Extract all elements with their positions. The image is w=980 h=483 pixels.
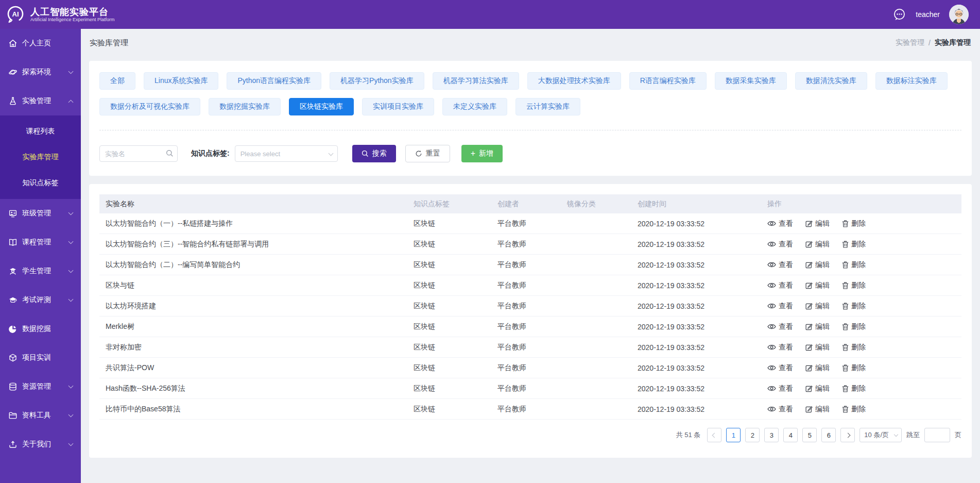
- delete-button[interactable]: 删除: [842, 219, 866, 228]
- delete-button[interactable]: 删除: [842, 384, 866, 393]
- chevron-down-icon: [68, 210, 74, 215]
- next-page-button[interactable]: [840, 428, 855, 442]
- add-button[interactable]: + 新增: [461, 145, 503, 162]
- page-size-select[interactable]: 10 条/页: [859, 428, 902, 442]
- delete-button[interactable]: 删除: [842, 363, 866, 373]
- cell-experiment-name: 以太坊环境搭建: [99, 302, 407, 311]
- user-avatar[interactable]: [949, 5, 969, 24]
- edit-button[interactable]: 编辑: [805, 384, 830, 393]
- sidebar-item-data-mining[interactable]: 数据挖掘: [0, 314, 81, 343]
- table-row: 区块与链 区块链 平台教师 2020-12-19 03:33:52 查看: [99, 275, 961, 296]
- filter-tag-button[interactable]: 大数据处理技术实验库: [527, 72, 621, 90]
- sidebar-item-course-mgmt[interactable]: 课程管理: [0, 228, 81, 257]
- delete-button[interactable]: 删除: [842, 405, 866, 414]
- view-button[interactable]: 查看: [767, 343, 793, 352]
- trash-icon: [842, 220, 849, 227]
- filter-tag-button[interactable]: Linux系统实验库: [144, 72, 218, 90]
- sidebar-item-experiment-mgmt[interactable]: 实验管理: [0, 87, 81, 115]
- view-button[interactable]: 查看: [767, 302, 793, 311]
- view-button[interactable]: 查看: [767, 219, 793, 228]
- filter-tag-button[interactable]: 数据清洗实验库: [795, 72, 867, 90]
- edit-button[interactable]: 编辑: [805, 302, 830, 311]
- sidebar-item-class-mgmt[interactable]: 班级管理: [0, 199, 81, 228]
- filter-tag-button[interactable]: 实训项目实验库: [362, 98, 434, 115]
- filter-tag-button[interactable]: 机器学习算法实验库: [433, 72, 519, 90]
- edit-button[interactable]: 编辑: [805, 240, 830, 249]
- sidebar-item-material-tools[interactable]: 资料工具: [0, 401, 81, 430]
- view-button[interactable]: 查看: [767, 240, 793, 249]
- page-number-button[interactable]: 2: [745, 428, 760, 442]
- knowledge-tag-select[interactable]: Please select: [235, 145, 338, 162]
- page-number-button[interactable]: 4: [783, 428, 798, 442]
- filter-tag-button[interactable]: R语言编程实验库: [629, 72, 707, 90]
- message-bubble-icon[interactable]: [892, 8, 906, 22]
- reset-button[interactable]: 重置: [405, 145, 450, 162]
- page-number-button[interactable]: 3: [764, 428, 779, 442]
- sidebar-item-about-us[interactable]: 关于我们: [0, 430, 81, 459]
- sidebar-item-personal-home[interactable]: 个人主页: [0, 29, 81, 58]
- view-button[interactable]: 查看: [767, 384, 793, 393]
- delete-button[interactable]: 删除: [842, 343, 866, 352]
- page-number-button[interactable]: 6: [821, 428, 836, 442]
- edit-icon: [805, 303, 813, 310]
- trash-icon: [842, 282, 849, 289]
- delete-button[interactable]: 删除: [842, 281, 866, 290]
- view-button[interactable]: 查看: [767, 405, 793, 414]
- chevron-down-icon: [68, 239, 74, 244]
- delete-button[interactable]: 删除: [842, 322, 866, 331]
- page-number-button[interactable]: 1: [726, 428, 741, 442]
- edit-button[interactable]: 编辑: [805, 405, 830, 414]
- cell-created-time: 2020-12-19 03:33:52: [631, 323, 761, 331]
- trash-icon: [842, 303, 849, 310]
- filter-tag-button[interactable]: 区块链实验库: [289, 98, 354, 115]
- search-icon: [362, 150, 369, 157]
- cell-creator: 平台教师: [491, 240, 561, 249]
- edit-button[interactable]: 编辑: [805, 343, 830, 352]
- edit-button[interactable]: 编辑: [805, 260, 830, 270]
- sidebar-subitem[interactable]: 知识点标签: [0, 170, 81, 196]
- edit-button[interactable]: 编辑: [805, 281, 830, 290]
- breadcrumb-current: 实验库管理: [935, 38, 971, 47]
- sidebar-subitem[interactable]: 课程列表: [0, 119, 81, 144]
- graduation-cap-icon: [8, 295, 18, 305]
- filter-tag-button[interactable]: 全部: [99, 72, 135, 90]
- view-button[interactable]: 查看: [767, 322, 793, 331]
- table-row: 比特币中的Base58算法 区块链 平台教师 2020-12-19 03:33:…: [99, 399, 961, 420]
- sidebar-item-exam-eval[interactable]: 考试评测: [0, 286, 81, 314]
- view-button[interactable]: 查看: [767, 363, 793, 373]
- edit-button[interactable]: 编辑: [805, 322, 830, 331]
- edit-button[interactable]: 编辑: [805, 363, 830, 373]
- sidebar-item-student-mgmt[interactable]: 学生管理: [0, 257, 81, 286]
- view-button[interactable]: 查看: [767, 260, 793, 270]
- breadcrumb-parent[interactable]: 实验管理: [896, 38, 924, 47]
- sidebar-item-resource-mgmt[interactable]: 资源管理: [0, 372, 81, 401]
- sidebar-subitem[interactable]: 实验库管理: [0, 144, 81, 170]
- main-content: 实验库管理 实验管理 / 实验库管理 全部Linux系统实验库Python语言编…: [81, 0, 980, 458]
- delete-button[interactable]: 删除: [842, 302, 866, 311]
- col-header-image-class: 镜像分类: [561, 199, 631, 209]
- filter-tag-button[interactable]: 数据分析及可视化实验库: [99, 98, 200, 115]
- filter-tag-button[interactable]: 数据采集实验库: [715, 72, 787, 90]
- view-button[interactable]: 查看: [767, 281, 793, 290]
- filter-tag-button[interactable]: 数据挖掘实验库: [209, 98, 281, 115]
- col-header-creator: 创建者: [491, 199, 561, 209]
- cell-knowledge-tag: 区块链: [407, 384, 491, 393]
- edit-icon: [805, 385, 813, 392]
- sidebar-item-explore-env[interactable]: 探索环境: [0, 58, 81, 87]
- filter-tag-button[interactable]: 数据标注实验库: [875, 72, 948, 90]
- filter-tag-button[interactable]: 云计算实验库: [515, 98, 580, 115]
- delete-button[interactable]: 删除: [842, 260, 866, 270]
- sidebar-item-project-training[interactable]: 项目实训: [0, 343, 81, 372]
- filter-tag-button[interactable]: 未定义实验库: [442, 98, 507, 115]
- filter-tag-button[interactable]: Python语言编程实验库: [227, 72, 321, 90]
- filter-tag-button[interactable]: 机器学习Python实验库: [330, 72, 424, 90]
- delete-button[interactable]: 删除: [842, 240, 866, 249]
- search-button[interactable]: 搜索: [352, 145, 396, 162]
- svg-text:AI: AI: [12, 10, 19, 18]
- chevron-down-icon: [68, 297, 74, 302]
- cell-created-time: 2020-12-19 03:33:52: [631, 281, 761, 290]
- edit-button[interactable]: 编辑: [805, 219, 830, 228]
- page-number-button[interactable]: 5: [802, 428, 817, 442]
- prev-page-button[interactable]: [707, 428, 721, 442]
- jump-page-input[interactable]: [924, 428, 950, 442]
